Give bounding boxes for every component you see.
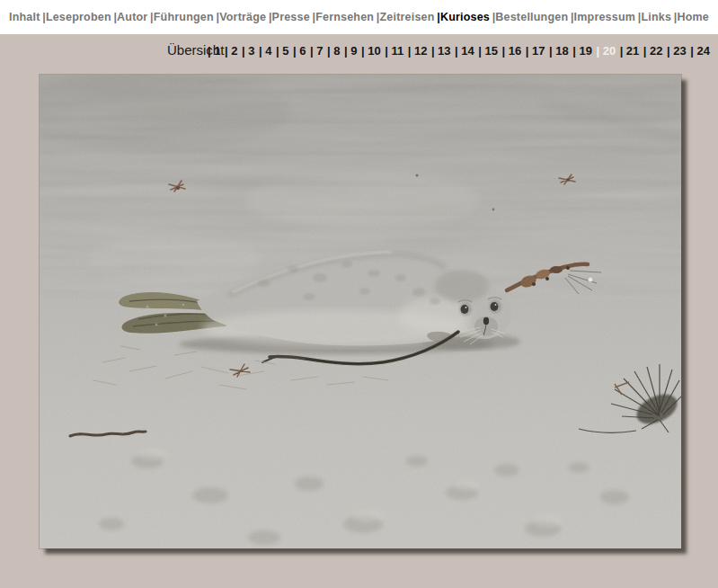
nav-item-presse[interactable]: |Presse (269, 11, 310, 23)
nav-item-fernsehen[interactable]: |Fernsehen (312, 11, 374, 23)
page-link-23[interactable]: | 23 (667, 44, 687, 58)
nav-item-inhalt[interactable]: Inhalt (9, 11, 40, 23)
page-link-8[interactable]: | 8 (327, 44, 340, 58)
page-link-10[interactable]: | 10 (361, 44, 381, 58)
page-link-2[interactable]: | 2 (225, 44, 237, 58)
pagination-row: Übersicht | 1| 2| 3| 4| 5| 6| 7| 8| 9| 1… (0, 34, 718, 67)
page-link-20: | 20 (596, 44, 616, 58)
nav-item-bestellungen[interactable]: |Bestellungen (492, 11, 569, 23)
page-link-16[interactable]: | 16 (502, 44, 522, 58)
nav-item-vorträge[interactable]: |Vorträge (216, 11, 266, 23)
top-nav: Inhalt|Leseproben|Autor|Führungen|Vorträ… (0, 0, 718, 34)
page-link-22[interactable]: | 22 (643, 44, 663, 58)
page-link-15[interactable]: | 15 (478, 44, 498, 58)
page-link-24[interactable]: | 24 (690, 44, 710, 58)
sand-grain-overlay (40, 75, 681, 548)
pagination: | 1| 2| 3| 4| 5| 6| 7| 8| 9| 10| 11| 12|… (208, 44, 718, 58)
page-link-13[interactable]: | 13 (431, 44, 451, 58)
page-link-3[interactable]: | 3 (242, 44, 254, 58)
nav-item-kurioses[interactable]: |Kurioses (437, 11, 490, 23)
page-link-11[interactable]: | 11 (385, 44, 403, 58)
page-link-19[interactable]: | 19 (572, 44, 592, 58)
nav-item-autor[interactable]: |Autor (113, 11, 147, 23)
page-link-9[interactable]: | 9 (344, 44, 357, 58)
beach-seal-photo (40, 75, 681, 548)
page-link-12[interactable]: | 12 (408, 44, 428, 58)
overview-label: Übersicht (167, 42, 224, 58)
beach-seal-illustration (40, 75, 681, 548)
nav-item-führungen[interactable]: |Führungen (150, 11, 214, 23)
page-link-7[interactable]: | 7 (310, 44, 323, 58)
nav-item-links[interactable]: |Links (638, 11, 671, 23)
page-link-4[interactable]: | 4 (259, 44, 271, 58)
page-link-6[interactable]: | 6 (293, 44, 306, 58)
page-link-21[interactable]: | 21 (620, 44, 640, 58)
nav-item-leseproben[interactable]: |Leseproben (42, 11, 111, 23)
page-link-18[interactable]: | 18 (549, 44, 569, 58)
page-link-14[interactable]: | 14 (455, 44, 474, 58)
page-link-5[interactable]: | 5 (276, 44, 288, 58)
nav-item-home[interactable]: |Home (674, 11, 709, 23)
nav-item-zeitreisen[interactable]: |Zeitreisen (377, 11, 435, 23)
nav-item-impressum[interactable]: |Impressum (571, 11, 635, 23)
page-link-17[interactable]: | 17 (526, 44, 545, 58)
